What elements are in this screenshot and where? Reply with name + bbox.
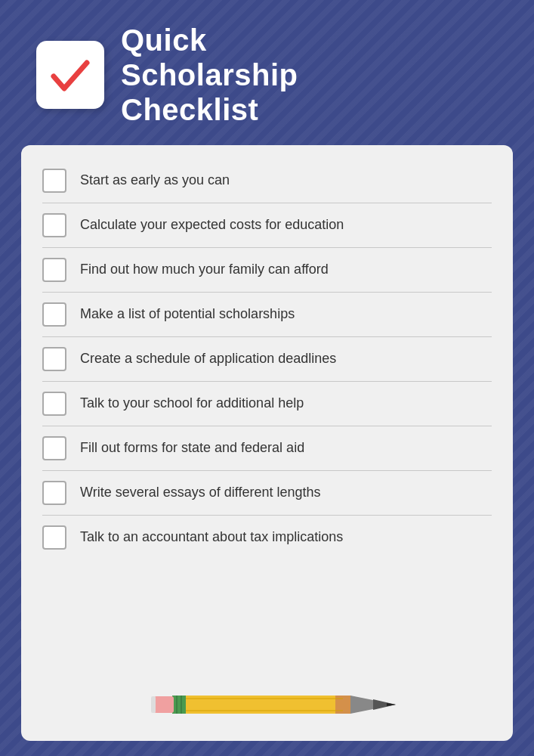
item-checkbox-4[interactable]: [42, 302, 66, 327]
item-label-7: Fill out forms for state and federal aid: [80, 439, 304, 457]
svg-rect-11: [154, 696, 174, 713]
item-label-8: Write several essays of different length…: [80, 484, 321, 501]
checklist-item: Make a list of potential scholarships: [42, 293, 492, 337]
item-checkbox-8[interactable]: [42, 481, 66, 505]
checklist-item: Calculate your expected costs for educat…: [42, 203, 492, 248]
pencil-section: [42, 674, 492, 730]
checklist-item: Find out how much your family can afford: [42, 248, 492, 293]
item-label-9: Talk to an accountant about tax implicat…: [80, 528, 343, 546]
item-label-1: Start as early as you can: [80, 172, 230, 189]
checklist-items: Start as early as you canCalculate your …: [42, 159, 492, 559]
checklist-item: Start as early as you can: [42, 159, 492, 203]
checklist-item: Fill out forms for state and federal aid: [42, 426, 492, 471]
item-label-5: Create a schedule of application deadlin…: [80, 350, 336, 367]
item-checkbox-6[interactable]: [42, 392, 66, 416]
pencil-svg: [139, 682, 396, 727]
checklist-item: Write several essays of different length…: [42, 471, 492, 516]
item-label-2: Calculate your expected costs for educat…: [80, 216, 344, 234]
item-checkbox-2[interactable]: [42, 213, 66, 237]
page-background: Quick Scholarship Checklist Start as ear…: [0, 0, 534, 756]
item-checkbox-1[interactable]: [42, 169, 66, 193]
item-label-3: Find out how much your family can afford: [80, 261, 329, 278]
checkmark-svg: [48, 52, 93, 98]
item-checkbox-5[interactable]: [42, 347, 66, 371]
checklist-card: Start as early as you canCalculate your …: [21, 145, 513, 741]
item-checkbox-7[interactable]: [42, 436, 66, 460]
item-checkbox-3[interactable]: [42, 258, 66, 282]
main-title: Quick Scholarship Checklist: [121, 23, 298, 127]
item-checkbox-9[interactable]: [42, 525, 66, 550]
svg-rect-8: [172, 696, 186, 714]
checklist-item: Create a schedule of application deadlin…: [42, 337, 492, 382]
svg-marker-2: [387, 703, 396, 706]
header: Quick Scholarship Checklist: [21, 23, 513, 127]
svg-rect-12: [151, 696, 156, 713]
checklist-item: Talk to an accountant about tax implicat…: [42, 516, 492, 559]
item-label-6: Talk to your school for additional help: [80, 395, 304, 412]
title-block: Quick Scholarship Checklist: [121, 23, 298, 127]
pencil-illustration: [139, 682, 396, 727]
checklist-item: Talk to your school for additional help: [42, 382, 492, 426]
header-checkbox-icon: [36, 41, 104, 109]
item-label-4: Make a list of potential scholarships: [80, 305, 295, 323]
